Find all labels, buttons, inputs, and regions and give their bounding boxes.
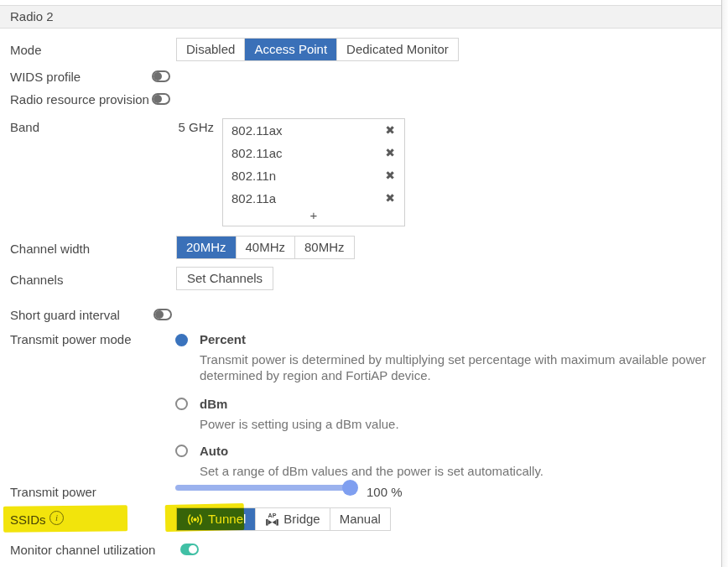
band-item-label: 802.11a bbox=[231, 191, 276, 205]
section-header-radio2: Radio 2 bbox=[0, 5, 723, 29]
wids-profile-label: WIDS profile bbox=[10, 70, 81, 84]
ssids-option-bridge-label: Bridge bbox=[283, 508, 320, 530]
mode-segmented-control: Disabled Access Point Dedicated Monitor bbox=[176, 38, 459, 61]
band-item: 802.11n ✖ bbox=[223, 164, 404, 187]
radio-settings-panel: Radio 2 Mode Disabled Access Point Dedic… bbox=[0, 0, 728, 567]
info-icon[interactable]: i bbox=[49, 511, 64, 525]
toggle-knob bbox=[153, 95, 162, 103]
toggle-knob bbox=[153, 72, 162, 81]
band-item-label: 802.11ac bbox=[231, 146, 283, 160]
ssids-label: SSIDs bbox=[10, 512, 46, 527]
mode-option-dedicated-monitor[interactable]: Dedicated Monitor bbox=[336, 39, 458, 60]
channel-width-segmented-control: 20MHz 40MHz 80MHz bbox=[176, 236, 355, 259]
remove-icon[interactable]: ✖ bbox=[382, 164, 398, 187]
short-guard-interval-label: Short guard interval bbox=[10, 308, 120, 322]
radio-option-auto[interactable] bbox=[175, 445, 188, 457]
radio-option-percent-label: Percent bbox=[200, 332, 246, 346]
scrollbar[interactable] bbox=[721, 0, 728, 567]
transmit-power-label: Transmit power bbox=[10, 485, 96, 499]
channels-label: Channels bbox=[10, 273, 63, 287]
mode-label: Mode bbox=[10, 43, 42, 57]
slider-thumb[interactable] bbox=[342, 480, 358, 496]
ssids-option-bridge[interactable]: AP Bridge bbox=[255, 508, 329, 530]
band-item: 802.11ax ✖ bbox=[223, 119, 404, 142]
ssids-option-tunnel-label: Tunnel bbox=[208, 508, 246, 530]
ssids-option-tunnel[interactable]: Tunnel bbox=[177, 508, 255, 530]
channel-width-option-40mhz[interactable]: 40MHz bbox=[236, 237, 295, 258]
remove-icon[interactable]: ✖ bbox=[382, 187, 398, 210]
mode-option-disabled[interactable]: Disabled bbox=[177, 39, 244, 60]
band-protocol-list: 802.11ax ✖ 802.11ac ✖ 802.11n ✖ 802.11a … bbox=[222, 118, 405, 226]
monitor-channel-utilization-label: Monitor channel utilization bbox=[10, 543, 155, 557]
ssids-segmented-control: Tunnel AP Bridge Manual bbox=[176, 507, 391, 531]
ssids-option-manual-label: Manual bbox=[340, 508, 381, 530]
transmit-power-value: 100 % bbox=[367, 485, 403, 499]
radio-option-percent-description: Transmit power is determined by multiply… bbox=[200, 351, 724, 383]
ap-bridge-icon: AP bbox=[265, 512, 279, 527]
set-channels-button[interactable]: Set Channels bbox=[176, 267, 273, 290]
toggle-knob bbox=[189, 545, 197, 554]
toggle-knob bbox=[155, 310, 164, 319]
radio-option-auto-description: Set a range of dBm values and the power … bbox=[200, 463, 724, 479]
band-item-label: 802.11ax bbox=[231, 123, 283, 138]
band-item: 802.11a ✖ bbox=[223, 187, 404, 210]
transmit-power-slider[interactable] bbox=[175, 485, 356, 491]
add-band-icon[interactable]: + bbox=[223, 207, 404, 224]
svg-text:AP: AP bbox=[268, 512, 277, 519]
channel-width-option-20mhz[interactable]: 20MHz bbox=[177, 237, 236, 258]
transmit-power-mode-label: Transmit power mode bbox=[10, 332, 132, 346]
radio-option-dbm[interactable] bbox=[175, 398, 188, 410]
short-guard-interval-toggle[interactable] bbox=[153, 309, 172, 320]
channel-width-label: Channel width bbox=[10, 242, 90, 256]
radio-option-dbm-label: dBm bbox=[200, 397, 227, 411]
radio-option-auto-label: Auto bbox=[200, 444, 228, 458]
monitor-channel-utilization-toggle[interactable] bbox=[180, 544, 199, 555]
ssids-option-manual[interactable]: Manual bbox=[330, 508, 390, 530]
radio-option-percent[interactable] bbox=[175, 334, 188, 346]
wifi-radio-icon bbox=[186, 513, 204, 526]
wids-profile-toggle[interactable] bbox=[152, 70, 170, 82]
band-frequency: 5 GHz bbox=[155, 120, 214, 134]
band-item: 802.11ac ✖ bbox=[223, 142, 404, 164]
remove-icon[interactable]: ✖ bbox=[382, 142, 398, 164]
band-label: Band bbox=[10, 120, 39, 134]
radio-resource-provision-toggle[interactable] bbox=[152, 93, 170, 105]
mode-option-access-point[interactable]: Access Point bbox=[244, 39, 336, 60]
channel-width-option-80mhz[interactable]: 80MHz bbox=[294, 237, 354, 258]
radio-resource-provision-label: Radio resource provision bbox=[10, 92, 149, 107]
radio-option-dbm-description: Power is setting using a dBm value. bbox=[200, 416, 724, 432]
band-item-label: 802.11n bbox=[231, 169, 276, 183]
remove-icon[interactable]: ✖ bbox=[382, 119, 398, 142]
